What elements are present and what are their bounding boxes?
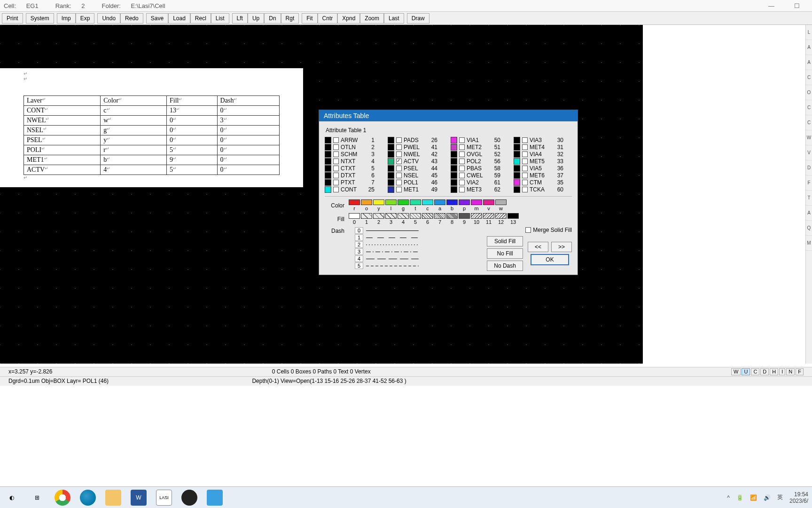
recl-button[interactable]: Recl — [190, 13, 211, 24]
fill-swatch-10[interactable]: 10 — [470, 213, 483, 225]
word-icon[interactable]: W — [131, 490, 147, 506]
checkbox-icon[interactable] — [522, 137, 528, 143]
checkbox-icon[interactable] — [333, 180, 339, 185]
side-button-q[interactable]: Q — [806, 221, 812, 236]
checkbox-icon[interactable] — [396, 187, 402, 192]
checkbox-icon[interactable] — [333, 166, 339, 171]
fit-button[interactable]: Fit — [302, 13, 317, 24]
right-side-panel[interactable]: LAACOCCWVDFTAQM — [805, 25, 812, 364]
solid-fill-button[interactable]: Solid Fill — [487, 236, 523, 246]
checkbox-icon[interactable] — [522, 151, 528, 157]
side-button-o[interactable]: O — [806, 85, 812, 100]
app-icon[interactable] — [207, 490, 223, 506]
fill-swatch-3[interactable]: 3 — [385, 213, 397, 225]
checkbox-icon[interactable] — [333, 187, 339, 192]
lasi-icon[interactable]: LASI — [156, 490, 172, 506]
attr-item-met1[interactable]: MET1 49 — [388, 186, 446, 193]
load-button[interactable]: Load — [168, 13, 190, 24]
key-indicator-f[interactable]: F — [796, 368, 804, 375]
attr-item-cwel[interactable]: CWEL 59 — [451, 172, 509, 179]
checkbox-icon[interactable] — [522, 187, 528, 192]
color-swatch-l[interactable]: l — [385, 199, 397, 211]
side-button-l[interactable]: L — [806, 25, 812, 40]
attr-item-via3[interactable]: VIA3 30 — [514, 137, 572, 143]
attr-item-psel[interactable]: PSEL 44 — [388, 165, 446, 172]
side-button-t[interactable]: T — [806, 190, 812, 206]
color-swatch-o[interactable]: o — [360, 199, 373, 211]
obs-icon[interactable] — [181, 490, 197, 506]
attr-item-met3[interactable]: MET3 62 — [451, 186, 509, 193]
checkbox-icon[interactable] — [333, 173, 339, 178]
fill-swatch-13[interactable]: 13 — [507, 213, 519, 225]
fill-swatch-12[interactable]: 12 — [495, 213, 507, 225]
save-button[interactable]: Save — [146, 13, 168, 24]
attr-item-pads[interactable]: PADS 26 — [388, 137, 446, 143]
wifi-icon[interactable]: 📶 — [750, 494, 757, 501]
ok-button[interactable]: OK — [531, 254, 569, 265]
last-button[interactable]: Last — [384, 13, 404, 24]
checkbox-icon[interactable] — [333, 144, 339, 150]
color-swatch-a[interactable]: a — [434, 199, 446, 211]
checkbox-icon[interactable] — [396, 166, 402, 171]
key-indicator-c[interactable]: C — [751, 368, 759, 375]
fill-swatch-1[interactable]: 1 — [360, 213, 373, 225]
color-swatch-m[interactable]: m — [470, 199, 483, 211]
up-button[interactable]: Up — [248, 13, 264, 24]
attr-item-dtxt[interactable]: DTXT 6 — [325, 172, 383, 179]
fill-swatch-11[interactable]: 11 — [483, 213, 495, 225]
taskbar[interactable]: ◐ ⊞ W LASI ^ 🔋 📶 🔊 英 19:54 2023/6/ — [0, 486, 812, 508]
color-swatch-t[interactable]: t — [409, 199, 422, 211]
key-indicator-u[interactable]: U — [742, 368, 750, 375]
zoom-button[interactable]: Zoom — [360, 13, 384, 24]
edge-icon[interactable] — [80, 490, 96, 506]
attr-item-via5[interactable]: VIA5 36 — [514, 165, 572, 172]
print-button[interactable]: Print — [2, 13, 23, 24]
start-icon[interactable]: ◐ — [4, 490, 20, 506]
attr-item-nwel[interactable]: NWEL 42 — [388, 151, 446, 158]
key-indicator-i[interactable]: I — [779, 368, 785, 375]
draw-button[interactable]: Draw — [407, 13, 429, 24]
redo-button[interactable]: Redo — [120, 13, 143, 24]
checkbox-icon[interactable] — [333, 137, 339, 143]
attr-item-met2[interactable]: MET2 51 — [451, 144, 509, 151]
attr-item-ctxt[interactable]: CTXT 5 — [325, 165, 383, 172]
taskview-icon[interactable]: ⊞ — [29, 490, 45, 506]
color-swatch-c[interactable]: c — [422, 199, 434, 211]
fill-swatch-4[interactable]: 4 — [397, 213, 409, 225]
attr-item-tcka[interactable]: TCKA 60 — [514, 186, 572, 193]
color-swatch-r[interactable]: r — [348, 199, 360, 211]
checkbox-icon[interactable] — [459, 144, 465, 150]
checkbox-icon[interactable] — [522, 173, 528, 178]
key-indicator-n[interactable]: N — [786, 368, 795, 375]
checkbox-icon[interactable] — [459, 151, 465, 157]
color-swatch-v[interactable]: v — [483, 199, 495, 211]
key-indicator-w[interactable]: W — [731, 368, 741, 375]
attr-item-met4[interactable]: MET4 31 — [514, 144, 572, 151]
xpnd-button[interactable]: Xpnd — [337, 13, 360, 24]
prev-button[interactable]: << — [528, 242, 548, 252]
checkbox-icon[interactable] — [396, 173, 402, 178]
attr-item-ptxt[interactable]: PTXT 7 — [325, 179, 383, 186]
attr-item-pwel[interactable]: PWEL 41 — [388, 144, 446, 151]
attr-item-pbas[interactable]: PBAS 58 — [451, 165, 509, 172]
checkbox-icon[interactable] — [396, 151, 402, 157]
undo-button[interactable]: Undo — [97, 13, 120, 24]
language-indicator[interactable]: 英 — [777, 493, 783, 501]
attr-item-ntxt[interactable]: NTXT 4 — [325, 158, 383, 165]
side-button-m[interactable]: M — [806, 236, 812, 251]
checkbox-icon[interactable] — [459, 173, 465, 178]
color-swatch-b[interactable]: b — [446, 199, 458, 211]
chrome-icon[interactable] — [55, 490, 70, 506]
dialog-title[interactable]: Attributes Table — [319, 110, 578, 121]
side-button-c[interactable]: C — [806, 100, 812, 115]
checkbox-icon[interactable] — [525, 227, 531, 233]
side-button-c[interactable]: C — [806, 115, 812, 130]
attr-item-cont[interactable]: CONT 25 — [325, 186, 383, 193]
side-button-v[interactable]: V — [806, 145, 812, 160]
attr-item-via2[interactable]: VIA2 61 — [451, 179, 509, 186]
chevron-up-icon[interactable]: ^ — [727, 494, 730, 501]
dash-option-4[interactable]: 4 — [355, 255, 419, 262]
volume-icon[interactable]: 🔊 — [764, 494, 771, 501]
dash-option-0[interactable]: 0 — [355, 227, 419, 234]
side-button-d[interactable]: D — [806, 160, 812, 175]
